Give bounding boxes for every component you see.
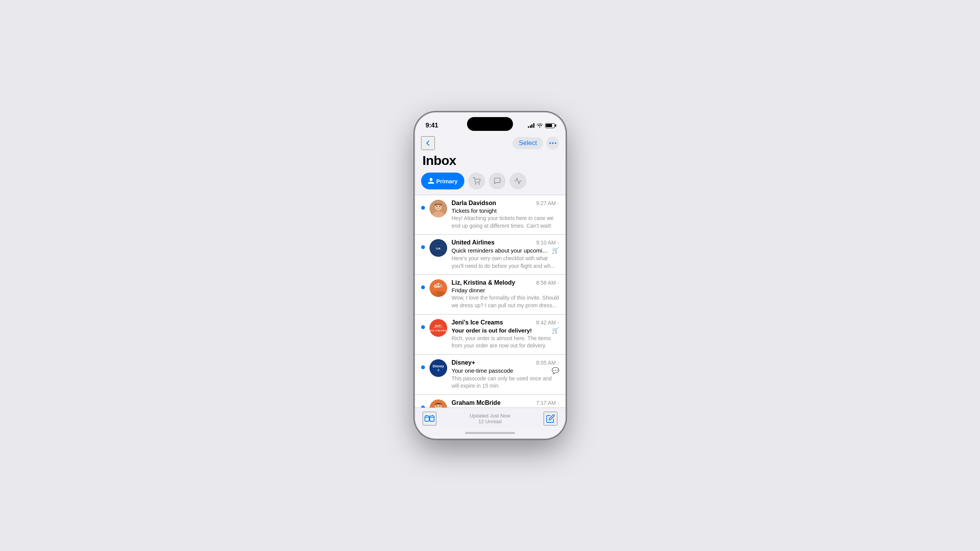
dynamic-island [467, 117, 513, 131]
united-airlines-logo: UA [430, 239, 447, 257]
svg-point-24 [436, 285, 438, 286]
svg-text:jeni's: jeni's [434, 324, 442, 328]
unread-dot [421, 245, 425, 249]
email-subject: Your order is out for delivery! [452, 327, 550, 334]
wifi-icon [537, 123, 543, 129]
email-subject: Tell us if you can make it [452, 407, 559, 408]
email-sender: Disney+ [452, 359, 536, 366]
updated-text: Updated Just Now [470, 413, 510, 419]
svg-point-1 [552, 142, 554, 144]
bottom-bar: Updated Just Now 12 Unread [415, 408, 565, 427]
email-list: Darla Davidson 9:27 AM › Tickets for ton… [415, 195, 565, 408]
inbox-title: Inbox [415, 152, 565, 173]
unread-count: 12 Unread [470, 419, 510, 424]
chevron-right-icon: › [557, 200, 559, 206]
email-preview: Rich, your order is almost here. The ite… [452, 335, 559, 350]
home-indicator [415, 427, 565, 439]
chevron-right-icon: › [557, 280, 559, 286]
email-item[interactable]: UA United Airlines 9:10 AM › Quick remin… [415, 235, 565, 275]
svg-point-37 [439, 405, 440, 406]
email-preview: Wow, I love the formality of this invite… [452, 294, 559, 309]
svg-text:+: + [436, 367, 439, 373]
select-button[interactable]: Select [513, 137, 543, 149]
email-item[interactable]: jeni's ICE CREAMS Jeni's Ice Creams 8:42… [415, 315, 565, 355]
chevron-right-icon: › [557, 360, 559, 366]
email-preview: Hey! Attaching your tickets here in case… [452, 215, 559, 230]
email-preview: This passcode can only be used once and … [452, 375, 559, 390]
email-time: 9:10 AM [536, 240, 555, 246]
mailboxes-button[interactable] [423, 412, 436, 425]
svg-text:ICE CREAMS: ICE CREAMS [430, 329, 446, 332]
email-time: 7:17 AM [536, 400, 555, 406]
unread-dot [421, 285, 425, 289]
nav-actions: Select [513, 137, 559, 150]
email-body: Graham McBride 7:17 AM › Tell us if you … [452, 399, 559, 408]
email-item[interactable]: Graham McBride 7:17 AM › Tell us if you … [415, 395, 565, 408]
svg-rect-38 [425, 416, 429, 421]
back-button[interactable] [421, 136, 435, 150]
email-tag: 🛒 [552, 247, 559, 254]
svg-point-3 [475, 184, 476, 184]
status-time: 9:41 [426, 122, 438, 129]
email-body: Jeni's Ice Creams 8:42 AM › Your order i… [452, 319, 559, 350]
nav-bar: Select [415, 133, 565, 152]
unread-dot [421, 406, 425, 408]
email-item[interactable]: Liz, Kristina & Melody 8:58 AM › Friday … [415, 275, 565, 314]
tab-shopping[interactable] [468, 173, 485, 189]
svg-point-4 [479, 184, 480, 184]
avatar: jeni's ICE CREAMS [430, 319, 447, 337]
svg-point-20 [436, 283, 441, 288]
tab-social[interactable] [489, 173, 506, 189]
more-button[interactable] [546, 137, 559, 150]
tab-primary[interactable]: Primary [421, 173, 465, 189]
svg-point-0 [549, 142, 551, 144]
email-item[interactable]: Disney + Disney+ 8:05 AM › Your one-time… [415, 355, 565, 395]
email-time: 8:05 AM [536, 360, 555, 366]
avatar [430, 200, 447, 217]
unread-dot [421, 206, 425, 210]
email-item[interactable]: Darla Davidson 9:27 AM › Tickets for ton… [415, 195, 565, 235]
email-sender: Jeni's Ice Creams [452, 319, 536, 326]
email-time: 8:42 AM [536, 320, 555, 326]
email-body: United Airlines 9:10 AM › Quick reminder… [452, 239, 559, 270]
svg-rect-29 [433, 328, 443, 328]
category-tabs: Primary [415, 173, 565, 195]
avatar: Disney + [430, 359, 447, 377]
unread-dot [421, 365, 425, 369]
phone-frame: 9:41 [415, 112, 565, 439]
email-sender: United Airlines [452, 239, 536, 246]
svg-point-22 [431, 291, 438, 296]
email-sender: Liz, Kristina & Melody [452, 279, 536, 286]
avatar [430, 399, 447, 408]
svg-point-9 [439, 206, 440, 207]
email-subject: Friday dinner [452, 287, 559, 293]
email-body: Disney+ 8:05 AM › Your one-time passcode… [452, 359, 559, 390]
chevron-right-icon: › [557, 240, 559, 246]
status-icons [528, 123, 555, 129]
chevron-right-icon: › [557, 400, 559, 406]
tab-promos[interactable] [510, 173, 526, 189]
svg-point-8 [436, 206, 437, 207]
email-preview: Here's your very own checklist with what… [452, 255, 559, 270]
svg-point-25 [439, 285, 440, 286]
email-body: Liz, Kristina & Melody 8:58 AM › Friday … [452, 279, 559, 309]
signal-bars-icon [528, 123, 534, 128]
unread-dot [421, 325, 425, 329]
app-content: Select Inbox Primary [415, 133, 565, 427]
email-tag: 🛒 [552, 327, 559, 334]
email-subject: Quick reminders about your upcoming... [452, 247, 550, 254]
tab-primary-label: Primary [436, 178, 458, 184]
compose-button[interactable] [544, 412, 557, 425]
avatar: UA [430, 239, 447, 257]
chevron-right-icon: › [557, 320, 559, 326]
email-tag: 💬 [552, 367, 559, 374]
svg-point-2 [555, 142, 556, 144]
svg-point-36 [436, 405, 437, 406]
email-subject: Your one-time passcode [452, 367, 550, 374]
battery-icon [545, 123, 555, 128]
email-time: 8:58 AM [536, 280, 555, 286]
avatar [430, 279, 447, 297]
email-time: 9:27 AM [536, 200, 555, 206]
bottom-status: Updated Just Now 12 Unread [470, 413, 510, 424]
svg-point-23 [439, 291, 445, 296]
